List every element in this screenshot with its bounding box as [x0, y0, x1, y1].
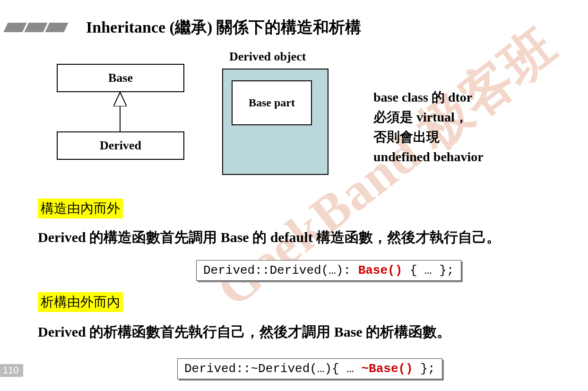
construct-highlight: 構造由內而外	[38, 199, 123, 218]
base-part-box: Base part	[232, 80, 312, 125]
title-row: Inheritance (繼承) 關係下的構造和析構	[6, 17, 361, 38]
construct-code-box: Derived::Derived(…): Base() { … };	[196, 260, 461, 281]
code-text: { … };	[402, 263, 454, 278]
page-number: 110	[0, 364, 23, 377]
code-emphasis: ~Base()	[361, 362, 413, 376]
dtor-virtual-note: base class 的 dtor 必須是 virtual， 否則會出現 und…	[373, 87, 484, 167]
svg-marker-0	[113, 92, 127, 106]
uml-inheritance-arrow-icon	[113, 92, 127, 106]
note-line: 必須是 virtual，	[373, 107, 484, 127]
note-line: base class 的 dtor	[373, 87, 484, 107]
decor-stripe	[24, 23, 47, 32]
destruct-highlight: 析構由外而內	[38, 292, 123, 312]
uml-base-box: Base	[57, 64, 184, 92]
decor-stripe	[3, 23, 26, 32]
uml-derived-box: Derived	[57, 131, 184, 160]
slide-title: Inheritance (繼承) 關係下的構造和析構	[86, 17, 361, 38]
destruct-code-box: Derived::~Derived(…){ … ~Base() };	[177, 358, 442, 379]
derived-object-label: Derived object	[229, 50, 306, 64]
construct-paragraph: Derived 的構造函數首先調用 Base 的 default 構造函數，然後…	[38, 226, 558, 249]
code-text: Derived::~Derived(…){ …	[184, 362, 361, 376]
note-line: undefined behavior	[373, 147, 484, 167]
code-text: };	[413, 362, 435, 376]
code-emphasis: Base()	[358, 263, 403, 278]
code-text: Derived::Derived(…):	[203, 263, 358, 278]
uml-connector-line	[120, 106, 121, 132]
decor-stripe	[45, 23, 68, 32]
destruct-paragraph: Derived 的析構函數首先執行自己，然後才調用 Base 的析構函數。	[38, 321, 558, 343]
note-line: 否則會出現	[373, 127, 484, 147]
